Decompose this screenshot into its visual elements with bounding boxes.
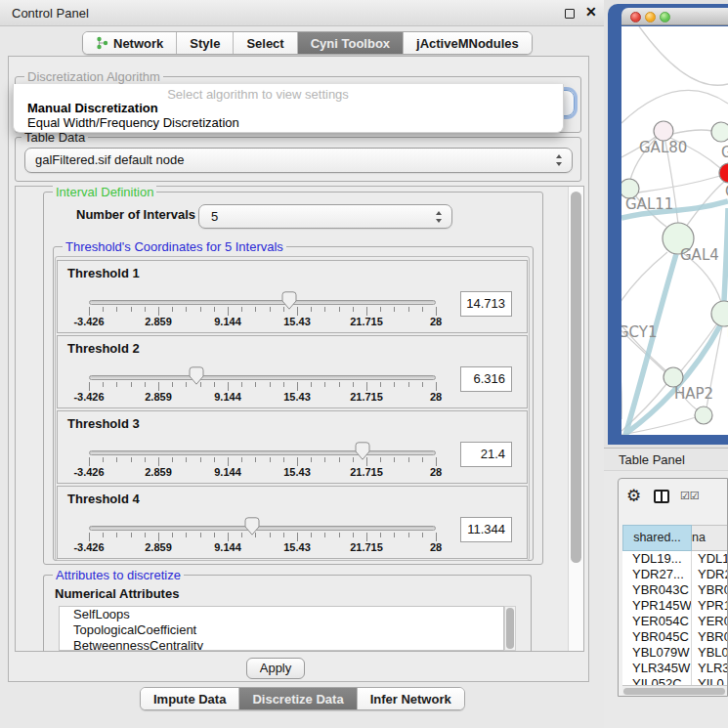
slider-tick-label: 15.43 bbox=[283, 466, 311, 478]
slider-tick bbox=[172, 533, 173, 537]
cell-shared-name[interactable]: YBL079W bbox=[632, 645, 690, 661]
slider-tick bbox=[228, 533, 229, 541]
horizontal-scrollbar-thumb[interactable] bbox=[623, 688, 725, 695]
cell-name[interactable]: YER0 bbox=[698, 614, 728, 629]
threshold-value-field[interactable]: 14.713 bbox=[460, 291, 512, 317]
float-window-icon[interactable] bbox=[565, 9, 575, 19]
slider-tick bbox=[422, 382, 423, 387]
slider-thumb[interactable] bbox=[355, 442, 370, 460]
slider-tick bbox=[339, 382, 340, 387]
slider-tick bbox=[214, 307, 215, 312]
network-node[interactable] bbox=[664, 367, 683, 387]
slider-tick bbox=[324, 382, 325, 387]
network-node[interactable] bbox=[711, 301, 728, 326]
threshold-value-field[interactable]: 21.4 bbox=[460, 442, 512, 467]
slider-track[interactable] bbox=[89, 450, 436, 455]
top-tab-bar: NetworkStyleSelectCyni ToolboxjActiveMNo… bbox=[82, 31, 533, 55]
split-panel-icon[interactable] bbox=[654, 490, 669, 503]
attributes-group-title: Attributes to discretize bbox=[53, 568, 184, 582]
cell-name[interactable]: YBR0 bbox=[698, 582, 728, 598]
cell-shared-name[interactable]: YLR345W bbox=[632, 661, 690, 676]
tab-select[interactable]: Select bbox=[234, 32, 297, 54]
cell-name[interactable]: YBR0 bbox=[698, 629, 728, 645]
table-data-combobox[interactable]: galFiltered.sif default node bbox=[24, 148, 573, 173]
tab-infer-network[interactable]: Infer Network bbox=[358, 688, 464, 709]
cell-shared-name[interactable]: YDL19... bbox=[632, 551, 682, 567]
select-columns-icon[interactable]: ☑☑ bbox=[680, 490, 700, 502]
slider-thumb[interactable] bbox=[281, 291, 297, 310]
dropdown-item-manual[interactable]: Manual Discretization bbox=[27, 101, 158, 115]
cell-shared-name[interactable]: YBR045C bbox=[632, 629, 689, 645]
table-row[interactable]: YBL079WYBL0 bbox=[622, 645, 728, 661]
tab-impute-data[interactable]: Impute Data bbox=[141, 688, 239, 709]
network-node[interactable] bbox=[719, 163, 728, 183]
slider-tick bbox=[324, 457, 325, 462]
slider-tick-label: 9.144 bbox=[214, 316, 241, 327]
table-row[interactable]: YLR345WYLR3 bbox=[622, 661, 728, 676]
table-row[interactable]: YER054CYER0 bbox=[622, 614, 728, 629]
slider-tick bbox=[200, 533, 201, 537]
cell-shared-name[interactable]: YER054C bbox=[632, 614, 689, 629]
table-row[interactable]: YDR27...YDR2 bbox=[622, 567, 728, 582]
tab-label: jActiveMNodules bbox=[416, 36, 519, 51]
attribute-list-item[interactable]: SelfLoops bbox=[60, 607, 503, 622]
attribute-list-item[interactable]: BetweennessCentrality bbox=[60, 638, 503, 651]
tab-jactivemnodules[interactable]: jActiveMNodules bbox=[404, 32, 532, 54]
horizontal-scrollbar[interactable] bbox=[622, 685, 728, 696]
table-row[interactable]: YBR045CYBR0 bbox=[622, 629, 728, 645]
gear-icon[interactable]: ⚙ bbox=[626, 486, 641, 506]
attributes-list-scrollbar-thumb[interactable] bbox=[506, 608, 514, 649]
slider-track[interactable] bbox=[89, 375, 436, 380]
cell-name[interactable]: YDL1 bbox=[698, 551, 728, 567]
network-canvas[interactable]: GAL80GAGAL11CGAL4GCY1HHAP2 bbox=[621, 26, 728, 435]
threshold-row: Threshold 1-3.4262.8599.14415.4321.71528… bbox=[57, 260, 528, 333]
column-header-name[interactable]: na bbox=[692, 525, 728, 551]
network-node[interactable] bbox=[654, 121, 673, 141]
slider-tick bbox=[103, 307, 104, 312]
slider-tick-label: 21.715 bbox=[350, 541, 383, 553]
cell-shared-name[interactable]: YPR145W bbox=[632, 598, 692, 614]
network-node-label: GAL80 bbox=[639, 139, 687, 156]
close-icon[interactable]: ✕ bbox=[585, 4, 597, 20]
dropdown-item-equal-width[interactable]: Equal Width/Frequency Discretization bbox=[27, 115, 239, 130]
tab-cyni-toolbox[interactable]: Cyni Toolbox bbox=[298, 32, 404, 54]
cell-shared-name[interactable]: YBR043C bbox=[632, 582, 689, 598]
numerical-attributes-list[interactable]: SelfLoopsTopologicalCoefficientBetweenne… bbox=[59, 606, 504, 651]
threshold-value-field[interactable]: 6.316 bbox=[460, 366, 512, 392]
attribute-list-item[interactable]: TopologicalCoefficient bbox=[60, 622, 503, 638]
cell-shared-name[interactable]: YDR27... bbox=[632, 567, 684, 582]
network-node-label: GCY1 bbox=[621, 323, 658, 341]
tab-network[interactable]: Network bbox=[83, 32, 177, 54]
apply-button[interactable]: Apply bbox=[246, 658, 305, 679]
column-header-shared-name[interactable]: shared... bbox=[622, 525, 692, 551]
tab-label: Cyni Toolbox bbox=[311, 36, 390, 51]
table-row[interactable]: YPR145WYPR1 bbox=[622, 598, 728, 614]
table-row[interactable]: YDL19...YDL1 bbox=[622, 551, 728, 567]
slider-tick bbox=[297, 533, 298, 541]
network-window-titlebar[interactable] bbox=[621, 8, 728, 25]
minimize-traffic-light[interactable] bbox=[645, 12, 656, 22]
cell-name[interactable]: YLR3 bbox=[698, 661, 728, 676]
slider-tick-label: 28 bbox=[430, 466, 442, 478]
threshold-value-field[interactable]: 11.344 bbox=[460, 517, 512, 542]
close-traffic-light[interactable] bbox=[630, 12, 641, 22]
num-intervals-combobox[interactable]: 5 bbox=[198, 204, 452, 229]
slider-track[interactable] bbox=[89, 526, 436, 531]
slider-thumb[interactable] bbox=[244, 517, 260, 535]
zoom-traffic-light[interactable] bbox=[660, 12, 670, 22]
vertical-scrollbar-thumb[interactable] bbox=[571, 192, 581, 563]
slider-tick bbox=[186, 307, 187, 312]
slider-thumb[interactable] bbox=[189, 366, 204, 385]
slider-tick-label: -3.426 bbox=[73, 466, 104, 478]
tab-discretize-data[interactable]: Discretize Data bbox=[239, 688, 357, 709]
tab-style[interactable]: Style bbox=[177, 32, 234, 54]
network-node-label: GAL11 bbox=[625, 195, 673, 213]
slider-track[interactable] bbox=[89, 300, 436, 305]
cell-name[interactable]: YBL0 bbox=[698, 645, 728, 661]
table-row[interactable]: YBR043CYBR0 bbox=[622, 582, 728, 598]
slider-tick bbox=[145, 457, 146, 462]
network-node[interactable] bbox=[695, 407, 712, 424]
cell-name[interactable]: YDR2 bbox=[698, 567, 728, 582]
network-node[interactable] bbox=[711, 122, 728, 142]
cell-name[interactable]: YPR1 bbox=[698, 598, 728, 614]
